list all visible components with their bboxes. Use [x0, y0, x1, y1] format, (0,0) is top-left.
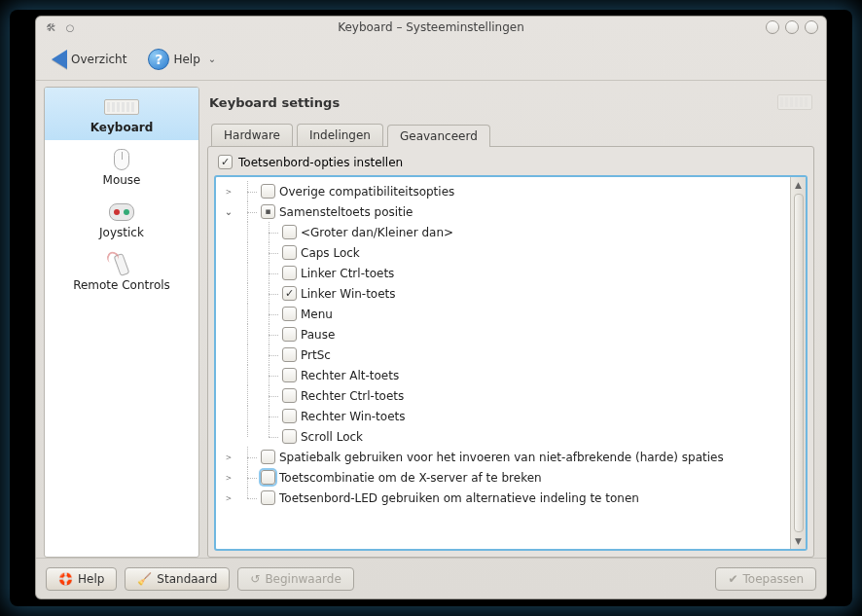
tree-label: Samensteltoets positie — [279, 205, 413, 219]
tree-node[interactable]: ＞ Toetsenbord-LED gebruiken om alternati… — [222, 488, 784, 508]
tree-node[interactable]: ＞ Spatiebalk gebruiken voor het invoeren… — [222, 447, 784, 467]
tree-label: Linker Ctrl-toets — [301, 267, 394, 280]
check-icon: ✔ — [728, 572, 737, 586]
tree-label: Overige compatibiliteitsopties — [279, 185, 454, 199]
undo-icon: ↺ — [250, 572, 260, 586]
tree-label: <Groter dan/Kleiner dan> — [301, 226, 453, 239]
tree-label: Menu — [301, 308, 333, 321]
collapse-icon[interactable]: ⌄ — [222, 206, 235, 217]
expand-icon[interactable]: ＞ — [222, 451, 235, 464]
sidebar-item-label: Keyboard — [90, 121, 154, 134]
tree-label: Linker Win-toets — [301, 287, 396, 301]
option-checkbox[interactable] — [282, 368, 297, 382]
option-checkbox[interactable] — [282, 429, 297, 444]
revert-button: ↺ Beginwaarde — [237, 567, 353, 591]
tree-node[interactable]: Rechter Win-toets — [222, 406, 784, 426]
help-icon: ? — [148, 49, 169, 70]
keyboard-icon — [104, 99, 139, 115]
tree-node[interactable]: Linker Win-toets — [222, 283, 784, 304]
button-label: Beginwaarde — [265, 572, 341, 586]
tab-advanced[interactable]: Geavanceerd — [387, 125, 490, 147]
page-title: Keyboard settings — [209, 95, 340, 110]
tree-label: Rechter Alt-toets — [301, 369, 399, 382]
expand-icon[interactable]: ＞ — [222, 491, 235, 505]
enable-options-checkbox[interactable] — [218, 155, 233, 169]
option-checkbox[interactable] — [261, 204, 275, 219]
tab-hardware[interactable]: Hardware — [211, 124, 293, 146]
tree-node[interactable]: <Groter dan/Kleiner dan> — [222, 222, 784, 242]
sidebar-item-label: Remote Controls — [73, 278, 170, 292]
option-checkbox[interactable] — [261, 450, 275, 464]
tree-node[interactable]: Menu — [222, 304, 784, 324]
button-label: Toepassen — [743, 572, 804, 586]
help-button[interactable]: 🛟 Help — [46, 567, 117, 591]
tree-label: Rechter Win-toets — [301, 410, 405, 423]
back-arrow-icon — [52, 50, 67, 69]
option-checkbox[interactable] — [282, 307, 297, 321]
remote-icon — [114, 253, 130, 276]
option-checkbox[interactable] — [282, 327, 297, 342]
option-checkbox[interactable] — [282, 286, 297, 301]
overview-label: Overzicht — [71, 53, 126, 66]
help-button[interactable]: ? Help ⌄ — [142, 45, 222, 74]
sidebar-item-label: Joystick — [99, 226, 144, 239]
tree-node[interactable]: Rechter Ctrl-toets — [222, 385, 784, 406]
sidebar-item-mouse[interactable]: Mouse — [45, 140, 198, 193]
tree-node[interactable]: Scroll Lock — [222, 426, 784, 447]
sidebar-item-remote[interactable]: Remote Controls — [45, 245, 198, 298]
help-label: Help — [173, 53, 199, 66]
maximize-button[interactable] — [785, 20, 799, 34]
sidebar-item-joystick[interactable]: Joystick — [45, 193, 198, 245]
tree-node[interactable]: PrtSc — [222, 344, 784, 365]
tab-content-advanced: Toetsenbord-opties instellen ＞ Overige c… — [207, 146, 814, 558]
joystick-icon — [109, 203, 134, 221]
tree-node[interactable]: Caps Lock — [222, 242, 784, 263]
scrollbar[interactable]: ▲ ▼ — [790, 177, 806, 549]
keyboard-icon — [777, 94, 812, 110]
option-checkbox[interactable] — [261, 490, 275, 505]
main-pane: Keyboard settings Hardware Indelingen Ge… — [203, 87, 818, 558]
expand-icon[interactable]: ＞ — [222, 471, 235, 485]
option-checkbox[interactable] — [261, 184, 275, 199]
footer: 🛟 Help 🧹 Standaard ↺ Beginwaarde ✔ Toepa… — [36, 558, 826, 598]
options-tree[interactable]: ＞ Overige compatibiliteitsopties ⌄ Samen… — [216, 177, 790, 549]
help-icon: 🛟 — [58, 572, 73, 586]
sidebar-item-keyboard[interactable]: Keyboard — [45, 88, 198, 140]
scroll-down-icon[interactable]: ▼ — [793, 535, 805, 547]
tree-label: Spatiebalk gebruiken voor het invoeren v… — [279, 451, 724, 464]
button-label: Help — [78, 572, 104, 586]
titlebar[interactable]: 🛠 ○ Keyboard – Systeeminstellingen — [36, 17, 826, 38]
tree-node[interactable]: Pause — [222, 324, 784, 344]
tree-node[interactable]: Linker Ctrl-toets — [222, 263, 784, 283]
tree-label: Scroll Lock — [301, 430, 363, 444]
tree-node[interactable]: ⌄ Samensteltoets positie — [222, 201, 784, 222]
option-checkbox[interactable] — [282, 225, 297, 239]
sidebar-item-label: Mouse — [103, 173, 141, 187]
tree-node[interactable]: Rechter Alt-toets — [222, 365, 784, 385]
overview-button[interactable]: Overzicht — [46, 46, 132, 73]
tree-node[interactable]: ＞ Overige compatibiliteitsopties — [222, 181, 784, 201]
close-button[interactable] — [805, 20, 818, 34]
option-checkbox[interactable] — [282, 266, 297, 280]
scroll-thumb[interactable] — [794, 194, 804, 532]
scroll-up-icon[interactable]: ▲ — [793, 179, 805, 191]
option-checkbox[interactable] — [261, 470, 275, 485]
mouse-icon — [114, 149, 129, 170]
tab-layouts[interactable]: Indelingen — [297, 124, 383, 146]
reset-icon: 🧹 — [137, 572, 152, 586]
tree-label: Toetscombinatie om de X-server af te bre… — [279, 471, 542, 485]
chevron-down-icon: ⌄ — [208, 54, 216, 64]
minimize-button[interactable] — [766, 20, 779, 34]
option-checkbox[interactable] — [282, 347, 297, 362]
expand-icon[interactable]: ＞ — [222, 185, 235, 199]
pin-icon[interactable]: ○ — [63, 20, 77, 34]
tree-label: Toetsenbord-LED gebruiken om alternatiev… — [279, 491, 639, 505]
sidebar: Keyboard Mouse Joystick Remote Controls — [44, 87, 199, 558]
option-checkbox[interactable] — [282, 245, 297, 260]
toolbar: Overzicht ? Help ⌄ — [36, 38, 826, 81]
option-checkbox[interactable] — [282, 388, 297, 403]
window: 🛠 ○ Keyboard – Systeeminstellingen Overz… — [35, 16, 827, 599]
defaults-button[interactable]: 🧹 Standaard — [125, 567, 230, 591]
tree-node[interactable]: ＞ Toetscombinatie om de X-server af te b… — [222, 467, 784, 488]
option-checkbox[interactable] — [282, 409, 297, 423]
